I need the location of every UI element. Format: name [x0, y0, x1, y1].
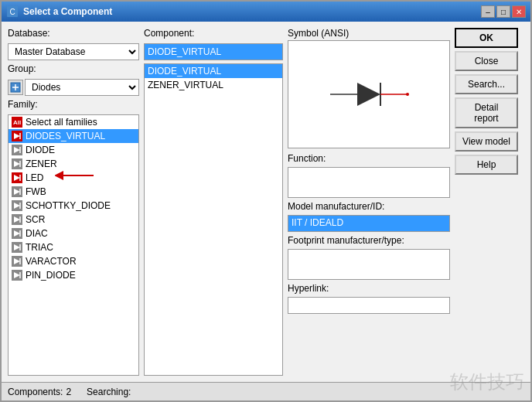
varactor-icon: [12, 256, 22, 267]
database-select[interactable]: Master Database: [8, 43, 139, 60]
svg-marker-11: [14, 175, 20, 181]
family-item-diodes-virtual-label: DIODES_VIRTUAL: [26, 131, 105, 141]
left-panel: Database: Master Database Group: Diodes: [8, 28, 139, 376]
family-item-all-label: Select all families: [26, 117, 97, 128]
database-dropdown-container: Master Database: [8, 43, 139, 60]
family-item-schottky[interactable]: SCHOTTKY_DIODE: [9, 199, 138, 213]
hyperlink-value: [288, 297, 450, 314]
model-label: Model manufacturer/ID:: [288, 201, 450, 212]
family-item-diode-label: DIODE: [26, 145, 55, 155]
status-bar: Components: 2 Searching:: [2, 382, 530, 400]
family-item-triac-label: TRIAC: [26, 242, 53, 253]
ok-button[interactable]: OK: [455, 28, 518, 48]
group-label: Group:: [8, 63, 139, 74]
scr-icon: [12, 214, 22, 225]
family-label: Family:: [8, 99, 139, 110]
family-item-fwb[interactable]: FWB: [9, 185, 138, 199]
svg-marker-21: [14, 230, 20, 237]
function-label: Function:: [288, 153, 450, 164]
family-item-schottky-label: SCHOTTKY_DIODE: [26, 200, 111, 211]
all-families-icon: All: [12, 117, 22, 128]
components-status: Components: 2: [8, 387, 71, 397]
symbol-panel: [288, 40, 450, 148]
svg-marker-7: [14, 147, 20, 153]
footprint-label: Footprint manufacturer/type:: [288, 235, 450, 246]
component-label: Component:: [144, 28, 283, 39]
family-item-triac[interactable]: TRIAC: [9, 240, 138, 254]
component-item-diode-virtual-label: DIODE_VIRTUAL: [148, 66, 221, 77]
component-listbox: DIODE_VIRTUAL ZENER_VIRTUAL: [144, 63, 283, 376]
model-field: Model manufacturer/ID: IIT / IDEALD: [288, 201, 450, 232]
detail-report-button[interactable]: Detail report: [455, 97, 518, 128]
component-search-input[interactable]: [144, 43, 283, 60]
window-controls: – □ ✕: [481, 5, 526, 18]
svg-marker-15: [14, 189, 20, 195]
maximize-button[interactable]: □: [496, 5, 510, 18]
symbol-section: Symbol (ANSI): [288, 28, 450, 148]
searching-status: Searching:: [87, 387, 131, 397]
svg-text:C: C: [9, 8, 15, 16]
svg-marker-5: [14, 133, 20, 139]
group-dropdown-container: Diodes: [8, 79, 139, 96]
minimize-button[interactable]: –: [481, 5, 495, 18]
family-item-scr[interactable]: SCR: [9, 213, 138, 227]
function-field: Function:: [288, 153, 450, 198]
svg-marker-23: [14, 244, 20, 250]
svg-marker-27: [14, 272, 20, 278]
svg-marker-30: [357, 83, 380, 106]
family-item-zener[interactable]: ZENER: [9, 157, 138, 171]
family-item-varactor[interactable]: VARACTOR: [9, 254, 138, 268]
svg-marker-19: [14, 216, 20, 223]
family-item-led[interactable]: LED: [9, 171, 138, 185]
middle-panel: Component: DIODE_VIRTUAL ZENER_VIRTUAL: [144, 28, 283, 376]
zener-icon: [12, 158, 22, 169]
family-item-all[interactable]: All Select all families: [9, 115, 138, 129]
pin-diode-icon: [12, 270, 22, 281]
svg-marker-9: [14, 161, 20, 167]
family-item-led-label: LED: [26, 172, 43, 183]
led-icon: [12, 172, 22, 183]
hyperlink-label: Hyperlink:: [288, 283, 450, 294]
family-item-diodes-virtual[interactable]: DIODES_VIRTUAL: [9, 129, 138, 143]
search-button[interactable]: Search...: [455, 74, 518, 94]
searching-label: Searching:: [87, 387, 131, 397]
right-panel: Symbol (ANSI) Function:: [288, 28, 450, 376]
family-item-pin-diode[interactable]: PIN_DIODE: [9, 268, 138, 282]
info-section: Function: Model manufacturer/ID: IIT / I…: [288, 153, 450, 314]
family-item-diac[interactable]: DIAC: [9, 227, 138, 240]
family-item-diode[interactable]: DIODE: [9, 143, 138, 157]
footprint-value: [288, 249, 450, 280]
component-item-zener-virtual-label: ZENER_VIRTUAL: [148, 80, 223, 90]
family-item-varactor-label: VARACTOR: [26, 256, 77, 267]
help-button[interactable]: Help: [455, 155, 518, 175]
svg-marker-17: [14, 203, 20, 209]
model-value: IIT / IDEALD: [288, 215, 450, 232]
triac-icon: [12, 242, 22, 253]
diac-icon: [12, 228, 22, 239]
window-icon: C: [6, 5, 19, 18]
diodes-virtual-icon: [12, 131, 22, 141]
group-select[interactable]: Diodes: [25, 79, 139, 96]
symbol-title: Symbol (ANSI): [288, 28, 450, 39]
family-item-scr-label: SCR: [26, 214, 45, 225]
family-item-diac-label: DIAC: [26, 228, 48, 239]
svg-marker-25: [14, 258, 20, 264]
components-value: 2: [66, 387, 71, 397]
svg-point-33: [406, 93, 409, 96]
components-label: Components:: [8, 387, 63, 397]
title-bar: C Select a Component – □ ✕: [2, 2, 530, 22]
view-model-button[interactable]: View model: [455, 131, 518, 152]
window-title: Select a Component: [23, 6, 476, 17]
group-icon: [8, 80, 23, 95]
component-item-zener-virtual[interactable]: ZENER_VIRTUAL: [145, 78, 282, 92]
main-window: C Select a Component – □ ✕ Database: Mas…: [0, 0, 532, 402]
action-buttons-panel: OK Close Search... Detail report View mo…: [455, 28, 524, 376]
family-listbox: All Select all families DIODES_VIRTUAL: [8, 114, 139, 376]
close-button[interactable]: ✕: [512, 5, 526, 18]
schottky-icon: [12, 200, 22, 211]
led-arrow: [55, 171, 101, 183]
footprint-field: Footprint manufacturer/type:: [288, 235, 450, 280]
main-content: Database: Master Database Group: Diodes: [2, 22, 530, 382]
close-button[interactable]: Close: [455, 51, 518, 71]
component-item-diode-virtual[interactable]: DIODE_VIRTUAL: [145, 64, 282, 78]
